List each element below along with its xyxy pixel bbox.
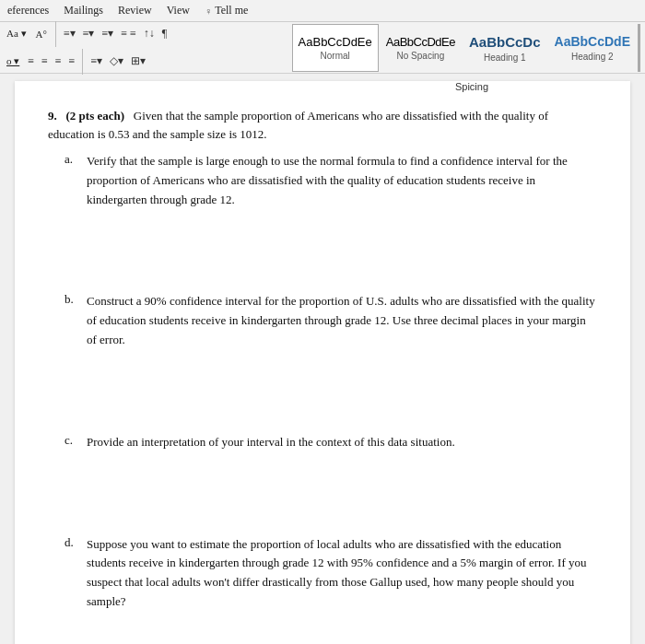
sort-btn[interactable]: ↑↓ xyxy=(142,26,157,41)
question-points: (2 pts each) xyxy=(66,109,125,123)
style-normal-label: Normal xyxy=(321,51,350,61)
list-indent-btn[interactable]: ≡▾ xyxy=(62,26,77,41)
align-left-btn[interactable]: ≡ ≡ xyxy=(119,26,138,41)
sub-question-d: d. Suppose you want to estimate the prop… xyxy=(48,535,597,612)
align-left2-btn[interactable]: ≡ xyxy=(26,53,36,69)
style-nospacing-preview: AaBbCcDdEe xyxy=(386,35,455,50)
line-spacing-btn[interactable]: ≡▾ xyxy=(88,53,104,69)
answer-space-a xyxy=(87,209,597,274)
document-area: 9. (2 pts each) Given that the sample pr… xyxy=(0,74,645,644)
style-heading1[interactable]: AaBbCcDc Heading 1 xyxy=(463,24,547,72)
list-outdent-btn[interactable]: ≡▾ xyxy=(81,26,97,41)
sub-question-a: a. Verify that the sample is large enoug… xyxy=(48,152,597,274)
question-number: 9. xyxy=(48,109,57,123)
page: 9. (2 pts each) Given that the sample pr… xyxy=(15,81,630,644)
spicing-label: Spicing xyxy=(455,81,488,92)
style-normal-preview: AaBbCcDdEe xyxy=(299,35,372,50)
sub-question-c: c. Provide an interpretation of your int… xyxy=(48,433,597,517)
style-h2-label: Heading 2 xyxy=(571,52,614,62)
list-style-btn[interactable]: ≡▾ xyxy=(100,26,115,41)
style-h1-label: Heading 1 xyxy=(484,53,526,63)
sub-label-d: d. xyxy=(64,535,83,612)
font-aa-btn[interactable]: Aa ▾ xyxy=(4,27,29,41)
border-btn[interactable]: ⊞▾ xyxy=(129,53,147,69)
nav-mailings[interactable]: Mailings xyxy=(64,4,103,18)
toolbar: Aa ▾ A° ≡▾ ≡▾ ≡▾ ≡ ≡ ↑↓ ¶ o ▾ ≡ ≡ ≡ ≡ ≡▾… xyxy=(0,22,645,74)
style-panel: AaBbCcDdEe Normal AaBbCcDdEe No Spacing … xyxy=(292,22,645,74)
styles-more-btn[interactable] xyxy=(638,24,643,72)
align-justify-btn[interactable]: ≡ xyxy=(67,53,77,69)
nav-references[interactable]: eferences xyxy=(7,4,49,18)
para-mark-btn[interactable]: ¶ xyxy=(160,26,169,41)
answer-space-b xyxy=(87,350,597,415)
style-h2-preview: AaBbCcDdE xyxy=(555,34,630,50)
align-right-btn[interactable]: ≡ xyxy=(53,53,64,69)
separator-1 xyxy=(55,21,56,47)
answer-space-c xyxy=(87,452,455,517)
underline-btn[interactable]: o ▾ xyxy=(4,54,22,68)
font-a-btn[interactable]: A° xyxy=(33,28,50,41)
sub-content-b: Construct a 90% confidence interval for … xyxy=(87,292,597,349)
style-h1-preview: AaBbCcDc xyxy=(469,34,541,51)
nav-review[interactable]: Review xyxy=(118,4,152,18)
style-heading2[interactable]: AaBbCcDdE Heading 2 xyxy=(548,24,637,72)
sub-label-b: b. xyxy=(64,292,83,414)
nav-view[interactable]: View xyxy=(167,4,190,18)
nav-bar: eferences Mailings Review View ♀ Tell me xyxy=(0,0,645,22)
style-nospacing-label: No Spacing xyxy=(397,51,445,61)
sub-label-a: a. xyxy=(64,152,83,274)
separator-2 xyxy=(82,49,83,75)
align-center-btn[interactable]: ≡ xyxy=(40,53,50,69)
sub-label-c: c. xyxy=(64,433,83,517)
sub-content-d: Suppose you want to estimate the proport… xyxy=(87,535,597,612)
style-no-spacing[interactable]: AaBbCcDdEe No Spacing xyxy=(380,24,462,72)
sub-content-a: Verify that the sample is large enough t… xyxy=(87,152,597,209)
nav-tellme[interactable]: Tell me xyxy=(215,4,248,18)
question-header: 9. (2 pts each) Given that the sample pr… xyxy=(48,107,597,143)
question-block: 9. (2 pts each) Given that the sample pr… xyxy=(48,107,597,612)
sub-content-c: Provide an interpretation of your interv… xyxy=(87,433,455,452)
sub-question-b: b. Construct a 90% confidence interval f… xyxy=(48,292,597,414)
style-normal[interactable]: AaBbCcDdEe Normal xyxy=(292,24,379,72)
shading-btn[interactable]: ◇▾ xyxy=(108,53,125,69)
